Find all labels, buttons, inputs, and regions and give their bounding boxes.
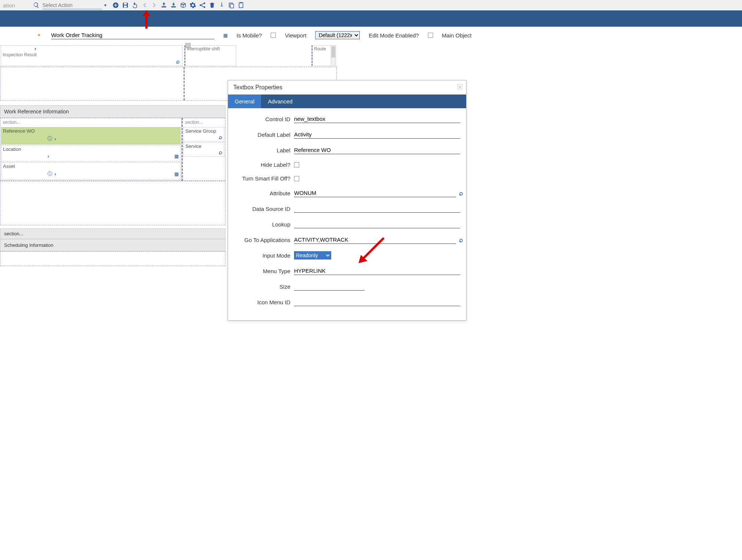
app-title-input[interactable] (51, 31, 214, 39)
section-body-wri: section... Reference WO ⓘ› Location ›▦ A… (0, 118, 225, 181)
label-goto: Go To Applications (231, 237, 294, 243)
close-icon[interactable]: × (457, 84, 462, 89)
gear-icon[interactable] (189, 2, 196, 9)
info-icon[interactable]: ⓘ (47, 170, 52, 177)
wri-left-column: section... Reference WO ⓘ› Location ›▦ A… (0, 118, 182, 181)
field-location[interactable]: Location ›▦ (1, 145, 181, 162)
label-default-label: Default Label (231, 132, 294, 138)
dialog-body: Control ID Default Label Label Hide Labe… (228, 108, 466, 266)
dialog-tabs: General Advanced (228, 95, 466, 108)
main-object-label: Main Object (442, 32, 472, 39)
input-default-label[interactable] (294, 130, 460, 139)
label-attribute: Attribute (231, 190, 294, 196)
calendar-icon[interactable]: ▦ (174, 171, 179, 177)
field-label: Inspection Result (1, 52, 182, 58)
cut-icon[interactable] (218, 2, 225, 9)
section-label: section... (183, 118, 225, 126)
arrow-right-icon[interactable] (151, 2, 158, 9)
tree-icon[interactable] (199, 2, 206, 9)
svg-rect-9 (239, 3, 243, 8)
label-ds-id: Data Source ID (231, 206, 294, 212)
info-icon[interactable]: ⓘ (47, 135, 52, 142)
app-label-fragment: ation (3, 2, 15, 9)
field-label: Route (313, 46, 333, 52)
lookup-icon[interactable]: ⌕ (176, 58, 180, 65)
properties-dialog: Textbox Properties × General Advanced Co… (228, 80, 466, 266)
input-label[interactable] (294, 146, 460, 154)
import-icon[interactable] (161, 2, 167, 9)
lookup-icon[interactable]: ⌕ (219, 134, 222, 140)
edit-mode-label: Edit Mode Enabled? (369, 32, 419, 39)
scrollbar[interactable] (331, 45, 336, 66)
section-header-wri[interactable]: Work Reference Information (0, 105, 225, 118)
canvas-block-route[interactable]: Route (311, 45, 334, 66)
viewport-select[interactable]: Default (1222x7 (315, 31, 360, 39)
is-mobile-label: Is Mobile? (237, 32, 262, 39)
calendar-icon[interactable]: ▦ (174, 153, 179, 159)
label-label: Label (231, 147, 294, 153)
toolbar-icons (112, 2, 244, 9)
chevron-right-icon: › (34, 46, 182, 52)
label-input-mode: Input Mode (231, 252, 294, 259)
tab-advanced[interactable]: Advanced (261, 95, 299, 108)
chevron-right-icon: › (55, 136, 56, 142)
edit-mode-checkbox[interactable] (428, 33, 433, 38)
field-service[interactable]: Service ⌕ (184, 142, 224, 157)
label-control-id: Control ID (231, 116, 294, 122)
trash-icon[interactable] (209, 2, 215, 9)
input-ds-id[interactable] (294, 205, 460, 213)
package-icon[interactable] (180, 2, 187, 9)
blank-section[interactable] (0, 181, 225, 225)
blue-ribbon (0, 10, 742, 27)
svg-rect-8 (230, 4, 234, 8)
chevron-down-icon: ▾ (104, 3, 106, 8)
is-mobile-checkbox[interactable] (271, 33, 276, 38)
lookup-icon[interactable]: ⌕ (459, 236, 463, 244)
section-header-scheduling[interactable]: Scheduling Information (0, 239, 225, 251)
svg-rect-10 (240, 2, 242, 3)
toolbar: ation ▾ (0, 0, 742, 10)
search-icon[interactable] (33, 2, 40, 9)
label-lookup: Lookup (231, 221, 294, 228)
field-asset[interactable]: Asset ⓘ›▦ (1, 162, 181, 180)
label-smart-fill: Turn Smart Fill Off? (231, 175, 294, 182)
lookup-icon[interactable]: ⌕ (219, 149, 222, 155)
chevron-right-icon: › (47, 153, 49, 159)
export-icon[interactable] (170, 2, 177, 9)
field-service-group[interactable]: Service Group ⌕ (184, 127, 224, 142)
canvas-block-shift[interactable]: Interruptible shift (184, 45, 236, 66)
input-control-id[interactable] (294, 115, 460, 123)
label-hide-label: Hide Label? (231, 162, 294, 168)
section-label: section... (0, 118, 181, 126)
calendar-icon[interactable]: ▦ (223, 33, 228, 38)
header-row: ✦ ▦ Is Mobile? Viewport Default (1222x7 … (0, 27, 742, 42)
undo-icon[interactable] (132, 2, 138, 9)
checkbox-smart-fill[interactable] (294, 176, 299, 181)
save-icon[interactable] (122, 2, 129, 9)
canvas-block-inspection[interactable]: › Inspection Result ⌕ (1, 45, 182, 66)
wri-right-column: section... Service Group ⌕ Service ⌕ (182, 118, 225, 181)
input-goto[interactable] (294, 236, 456, 244)
arrow-left-icon[interactable] (141, 2, 148, 9)
add-icon[interactable] (112, 2, 119, 9)
select-input-mode[interactable]: Readonly (294, 251, 331, 259)
action-select[interactable]: ▾ (43, 1, 106, 9)
svg-point-5 (204, 3, 205, 4)
input-attribute[interactable] (294, 189, 456, 197)
paste-icon[interactable] (238, 2, 244, 9)
svg-rect-2 (124, 3, 127, 5)
checkbox-hide-label[interactable] (294, 162, 299, 168)
field-reference-wo[interactable]: Reference WO ⓘ› (1, 127, 181, 145)
tab-general[interactable]: General (228, 95, 261, 108)
copy-icon[interactable] (228, 2, 235, 9)
lookup-icon[interactable]: ⌕ (459, 189, 463, 197)
viewport-label: Viewport (285, 32, 306, 39)
required-star-icon: ✦ (37, 33, 41, 38)
dialog-title-text: Textbox Properties (233, 84, 283, 90)
svg-rect-3 (124, 6, 127, 7)
action-select-input[interactable] (43, 1, 102, 9)
input-lookup[interactable] (294, 220, 460, 228)
svg-point-6 (204, 6, 205, 8)
section-header[interactable]: section... (0, 228, 225, 239)
chevron-right-icon: › (55, 171, 56, 177)
